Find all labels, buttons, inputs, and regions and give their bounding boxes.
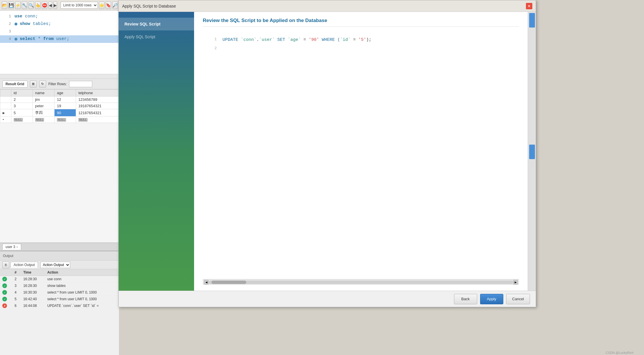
cell-telphone[interactable]: 123456789 bbox=[76, 97, 119, 103]
editor-hscroll[interactable] bbox=[0, 74, 119, 79]
watermark: CSDN @LuckyRich bbox=[606, 351, 634, 354]
dialog-close-button[interactable]: ✕ bbox=[526, 3, 532, 9]
row-arrow: ▶ bbox=[0, 109, 11, 116]
form-view-button[interactable]: ↻ bbox=[39, 81, 46, 88]
magnify-button[interactable]: 🔎 bbox=[112, 1, 118, 9]
row-arrow bbox=[0, 103, 11, 109]
cell-age-null[interactable]: NULL bbox=[55, 116, 76, 123]
action-output-tab[interactable]: Action Output bbox=[10, 262, 38, 268]
col-header-id[interactable]: id bbox=[11, 90, 33, 97]
output-col-num[interactable]: # bbox=[12, 269, 21, 276]
sql-review-area[interactable]: 1 UPDATE `conn`.`user` SET `age` = '90' … bbox=[203, 32, 519, 279]
scroll-track[interactable] bbox=[209, 281, 513, 284]
cell-name-null[interactable]: NULL bbox=[32, 116, 54, 123]
table-row-null[interactable]: • NULL NULL NULL NULL bbox=[0, 116, 119, 123]
stop-button[interactable]: ⛔ bbox=[42, 1, 47, 9]
save-button[interactable]: 💾 bbox=[8, 1, 14, 9]
star-button[interactable]: ⭐ bbox=[99, 1, 104, 9]
output-action: show tables bbox=[45, 283, 119, 289]
output-row: ✓ 5 16:42:40 select * from user LIMIT 0,… bbox=[0, 296, 119, 303]
bookmark-button[interactable]: 🔖 bbox=[106, 1, 111, 9]
pointer-button[interactable]: 👆 bbox=[35, 1, 41, 9]
sql-review-line-2: 2 bbox=[203, 44, 519, 52]
output-label: Output bbox=[3, 254, 13, 258]
filter-label: Filter Rows: bbox=[48, 82, 67, 86]
search-button[interactable]: 🔍 bbox=[28, 1, 34, 9]
output-time: 16:28:30 bbox=[21, 283, 45, 289]
output-dropdown[interactable]: Action Output bbox=[40, 262, 70, 268]
output-num: 3 bbox=[12, 283, 21, 289]
cell-id[interactable]: 2 bbox=[11, 97, 33, 103]
line-bullet-2 bbox=[15, 23, 17, 26]
cell-age[interactable]: 19 bbox=[55, 103, 76, 109]
table-row[interactable]: ▶ 5 李四 90 12187654321 bbox=[0, 109, 119, 116]
output-row: ✓ 2 16:28:30 use conn bbox=[0, 276, 119, 283]
table-row[interactable]: 3 peter 19 19187654321 bbox=[0, 103, 119, 109]
row-dot: • bbox=[0, 116, 11, 123]
output-time: 16:28:30 bbox=[21, 276, 45, 283]
cell-id[interactable]: 3 bbox=[11, 103, 33, 109]
scroll-left-button[interactable]: ◀ bbox=[204, 280, 209, 285]
back-button[interactable]: Back bbox=[454, 294, 477, 304]
left-panel: 📂 💾 ⚡ 🔧 🔍 👆 ⛔ ◀ ▶ Limit to 1000 rows ⭐ 🔖… bbox=[0, 0, 119, 355]
limit-rows-select[interactable]: Limit to 1000 rows bbox=[61, 2, 98, 9]
line-number-1: 1 bbox=[2, 14, 11, 20]
output-col-status bbox=[0, 269, 12, 276]
forward-button[interactable]: ▶ bbox=[53, 1, 57, 9]
open-file-button[interactable]: 📂 bbox=[2, 1, 7, 9]
scroll-thumb[interactable] bbox=[211, 281, 246, 284]
filter-input[interactable] bbox=[69, 81, 92, 87]
sidebar-step-apply[interactable]: Apply SQL Script bbox=[119, 30, 194, 43]
dialog-title: Apply SQL Script to Database bbox=[122, 4, 176, 8]
output-row: ✗ 6 16:44:08 UPDATE `conn`.`user` SET `i… bbox=[0, 303, 119, 309]
cell-telphone[interactable]: 12187654321 bbox=[76, 109, 119, 116]
cell-age[interactable]: 90 bbox=[55, 109, 76, 116]
cell-name[interactable]: 李四 bbox=[32, 109, 54, 116]
tools-button[interactable]: 🔧 bbox=[22, 1, 27, 9]
cell-id[interactable]: 5 bbox=[11, 109, 33, 116]
apply-button[interactable]: Apply bbox=[480, 294, 503, 304]
sql-review-code-1: UPDATE `conn`.`user` SET `age` = '90' WH… bbox=[222, 36, 371, 44]
cell-name[interactable]: jim bbox=[32, 97, 54, 103]
cell-age[interactable]: 12 bbox=[55, 97, 76, 103]
output-row: ✓ 4 16:30:30 select * from user LIMIT 0,… bbox=[0, 289, 119, 296]
cell-telphone[interactable]: 19187654321 bbox=[76, 103, 119, 109]
output-col-time[interactable]: Time bbox=[21, 269, 45, 276]
status-success-icon: ✓ bbox=[2, 283, 7, 288]
sidebar-step-review-label: Review SQL Script bbox=[124, 22, 160, 26]
sql-line-4: 4 select * from user; bbox=[0, 35, 119, 43]
row-arrow bbox=[0, 97, 11, 103]
col-header-telphone[interactable]: telphone bbox=[76, 90, 119, 97]
col-header-name[interactable]: name bbox=[32, 90, 54, 97]
dialog-titlebar: Apply SQL Script to Database ✕ bbox=[119, 0, 536, 12]
output-col-action[interactable]: Action bbox=[45, 269, 119, 276]
dialog-edge-btn-2[interactable] bbox=[529, 145, 535, 159]
cell-id-null[interactable]: NULL bbox=[11, 116, 33, 123]
result-grid-tab[interactable]: Result Grid bbox=[2, 81, 28, 88]
execute-button[interactable]: ⚡ bbox=[15, 1, 21, 9]
user3-tab[interactable]: user 3 × bbox=[2, 244, 21, 250]
output-time: 16:30:30 bbox=[21, 289, 45, 296]
cell-name[interactable]: peter bbox=[32, 103, 54, 109]
result-table-container: id name age telphone 2 jim 12 123456789 bbox=[0, 89, 119, 123]
sidebar-step-review[interactable]: Review SQL Script bbox=[119, 18, 194, 30]
sql-code-2: show tables; bbox=[20, 21, 51, 28]
grid-view-button[interactable]: ⊞ bbox=[30, 81, 37, 88]
output-row: ✓ 3 16:28:30 show tables bbox=[0, 283, 119, 289]
copy-output-button[interactable]: ⎘ bbox=[2, 261, 9, 268]
output-action: use conn bbox=[45, 276, 119, 283]
output-num: 4 bbox=[12, 289, 21, 296]
tab-close-icon[interactable]: × bbox=[16, 245, 18, 249]
sql-editor[interactable]: 1 use conn; 2 show tables; 3 4 select * … bbox=[0, 10, 119, 74]
back-button[interactable]: ◀ bbox=[48, 1, 52, 9]
col-header-age[interactable]: age bbox=[55, 90, 76, 97]
dialog-edge-btn-1[interactable] bbox=[529, 13, 535, 28]
cancel-button[interactable]: Cancel bbox=[506, 294, 530, 304]
scroll-right-button[interactable]: ▶ bbox=[513, 280, 518, 285]
table-row[interactable]: 2 jim 12 123456789 bbox=[0, 97, 119, 103]
cell-telphone-null[interactable]: NULL bbox=[76, 116, 119, 123]
col-header-arrow bbox=[0, 90, 11, 97]
status-cell: ✓ bbox=[0, 276, 12, 283]
dialog-hscroll[interactable]: ◀ ▶ bbox=[203, 279, 519, 285]
output-num: 2 bbox=[12, 276, 21, 283]
